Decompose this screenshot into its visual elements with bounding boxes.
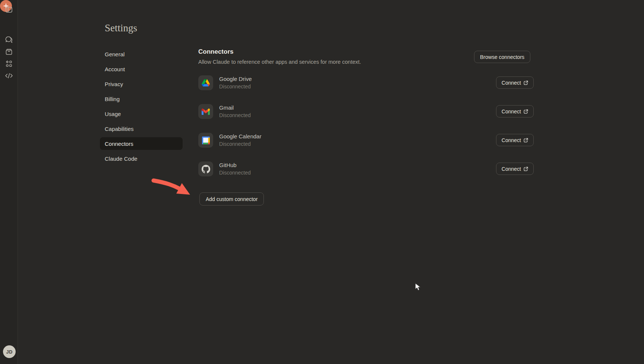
external-link-icon: [524, 109, 528, 114]
connect-button-google-calendar[interactable]: Connect: [496, 134, 534, 146]
browse-connectors-button[interactable]: Browse connectors: [474, 51, 530, 63]
connector-name: Google Drive: [219, 76, 252, 82]
external-link-icon: [524, 138, 528, 142]
connector-row-gmail: Gmail Disconnected Connect: [198, 104, 534, 119]
connect-button-github[interactable]: Connect: [496, 163, 534, 175]
calendar-day-label: 31: [202, 137, 209, 144]
code-icon[interactable]: [5, 73, 13, 79]
github-icon: [198, 161, 213, 176]
connector-row-google-drive: Google Drive Disconnected Connect: [198, 75, 534, 90]
connector-row-google-calendar: 31 Google Calendar Disconnected Connect: [198, 133, 534, 148]
connect-button-gmail[interactable]: Connect: [496, 105, 534, 117]
connector-status: Disconnected: [219, 84, 252, 89]
connector-status: Disconnected: [219, 141, 261, 147]
nav-item-capabilities[interactable]: Capabilities: [100, 122, 183, 135]
connectors-description: Allow Claude to reference other apps and…: [198, 59, 361, 65]
nav-item-connectors[interactable]: Connectors: [100, 137, 183, 150]
chats-icon[interactable]: [5, 36, 13, 43]
gmail-icon: [198, 104, 213, 119]
connector-row-github: GitHub Disconnected Connect: [198, 161, 534, 176]
connector-status: Disconnected: [219, 113, 251, 118]
connector-name: Google Calendar: [219, 134, 261, 139]
nav-item-account[interactable]: Account: [100, 63, 183, 75]
external-link-icon: [524, 81, 528, 85]
nav-item-billing[interactable]: Billing: [100, 92, 183, 105]
annotation-arrow: [151, 177, 197, 199]
connect-button-google-drive[interactable]: Connect: [496, 76, 534, 89]
left-rail: JD: [0, 0, 18, 364]
connector-name: Gmail: [219, 105, 251, 110]
nav-item-usage[interactable]: Usage: [100, 107, 183, 120]
connectors-heading: Connectors: [198, 48, 233, 56]
mouse-cursor: [415, 283, 422, 292]
apps-icon[interactable]: [5, 60, 13, 68]
connector-name: GitHub: [219, 162, 251, 168]
add-custom-connector-button[interactable]: Add custom connector: [199, 192, 264, 205]
user-avatar[interactable]: JD: [3, 345, 16, 358]
google-drive-icon: [198, 75, 213, 90]
settings-nav: General Account Privacy Billing Usage Ca…: [100, 48, 183, 167]
connector-status: Disconnected: [219, 170, 251, 175]
nav-item-privacy[interactable]: Privacy: [100, 78, 183, 90]
sidebar-toggle-icon[interactable]: [6, 6, 12, 13]
google-calendar-icon: 31: [198, 133, 213, 148]
projects-icon[interactable]: [5, 48, 13, 56]
nav-item-general[interactable]: General: [100, 48, 183, 60]
external-link-icon: [524, 167, 528, 171]
nav-item-claude-code[interactable]: Claude Code: [100, 152, 183, 165]
page-title: Settings: [105, 22, 137, 34]
